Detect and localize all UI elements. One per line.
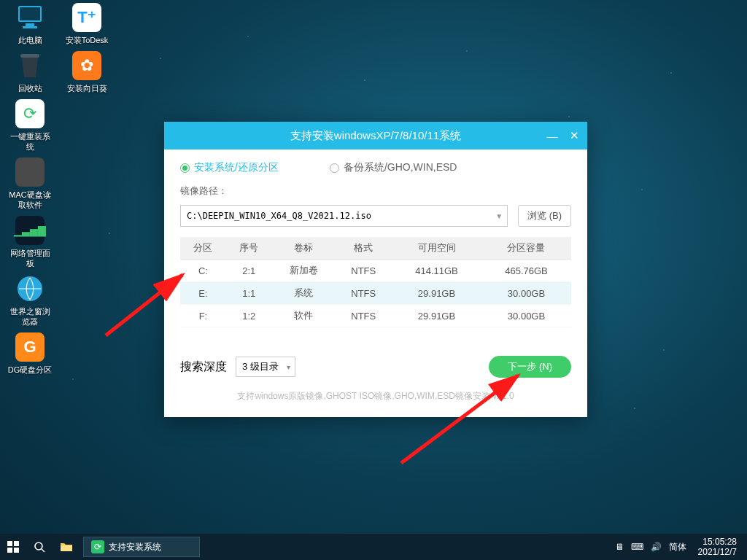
radio-backup[interactable]: 备份系统/GHO,WIN,ESD	[330, 161, 457, 174]
desktop-icon-reinstall[interactable]: ⟳一键重装系统	[7, 99, 53, 152]
svg-rect-2	[26, 23, 34, 26]
svg-rect-9	[14, 541, 19, 546]
desktop-icon-pc[interactable]: 此电脑	[7, 3, 53, 45]
taskbar: ⟳ 支持安装系统 🖥 ⌨ 🔊 简体 15:05:28 2021/12/7	[0, 534, 747, 560]
window-title: 支持安装windowsXP/7/8/10/11系统	[290, 129, 461, 143]
desktop: 此电脑T⁺安装ToDesk回收站✿安装向日葵⟳一键重装系统MAC硬盘读取软件▁▃…	[0, 0, 747, 560]
format-hint: 支持windows原版镜像,GHOST ISO镜像,GHO,WIM,ESD镜像安…	[164, 390, 587, 402]
svg-rect-4	[20, 54, 39, 58]
desktop-icons: 此电脑T⁺安装ToDesk回收站✿安装向日葵⟳一键重装系统MAC硬盘读取软件▁▃…	[7, 3, 109, 375]
windows-logo-icon	[7, 541, 19, 553]
next-button[interactable]: 下一步 (N)	[489, 356, 571, 378]
search-depth-select[interactable]: 3 级目录	[236, 357, 295, 377]
image-path-label: 镜像路径：	[180, 184, 571, 198]
taskbar-search-button[interactable]	[26, 534, 53, 560]
system-tray: 🖥 ⌨ 🔊 简体 15:05:28 2021/12/7	[615, 537, 747, 557]
svg-rect-8	[7, 541, 12, 546]
svg-line-13	[42, 549, 44, 552]
desktop-icon-dgpart[interactable]: GDG硬盘分区	[7, 332, 53, 375]
chevron-down-icon[interactable]: ▼	[495, 212, 503, 220]
close-button[interactable]: ✕	[565, 127, 583, 144]
titlebar[interactable]: 支持安装windowsXP/7/8/10/11系统 — ✕	[164, 122, 587, 149]
col-header[interactable]: 分区	[180, 237, 226, 260]
tray-ime-indicator[interactable]: 简体	[669, 541, 686, 553]
taskbar-explorer-button[interactable]	[53, 534, 80, 560]
search-icon	[34, 541, 45, 553]
svg-point-12	[35, 542, 42, 550]
image-path-combo[interactable]: ▼	[180, 205, 508, 227]
partition-row[interactable]: F:1:2软件NTFS29.91GB30.00GB	[180, 305, 571, 327]
col-header[interactable]: 卷标	[272, 237, 336, 260]
desktop-icon-todesk[interactable]: T⁺安装ToDesk	[64, 3, 109, 45]
image-path-input[interactable]	[187, 211, 501, 221]
tray-volume-icon[interactable]: 🔊	[651, 542, 662, 552]
svg-rect-1	[20, 7, 40, 20]
installer-window: 支持安装windowsXP/7/8/10/11系统 — ✕ 安装系统/还原分区 …	[164, 122, 587, 417]
radio-dot-icon	[330, 163, 339, 173]
taskbar-app-installer[interactable]: ⟳ 支持安装系统	[83, 537, 200, 557]
desktop-icon-netpanel[interactable]: ▁▃▅▇网络管理面板	[7, 216, 53, 268]
browse-button[interactable]: 浏览 (B)	[518, 205, 571, 227]
folder-icon	[60, 541, 73, 553]
tray-clock[interactable]: 15:05:28 2021/12/7	[694, 537, 741, 557]
svg-rect-11	[14, 548, 19, 553]
partition-row[interactable]: E:1:1系统NTFS29.91GB30.00GB	[180, 282, 571, 305]
desktop-icon-trash[interactable]: 回收站	[7, 51, 53, 93]
svg-rect-3	[23, 26, 37, 28]
radio-dot-icon	[180, 163, 190, 173]
svg-rect-10	[7, 548, 12, 553]
search-depth-label: 搜索深度	[180, 359, 227, 375]
minimize-button[interactable]: —	[543, 127, 561, 144]
col-header[interactable]: 可用空间	[392, 237, 481, 260]
desktop-icon-macdisk[interactable]: MAC硬盘读取软件	[7, 158, 53, 210]
tray-keyboard-icon[interactable]: ⌨	[631, 542, 643, 552]
desktop-icon-browser[interactable]: 世界之窗浏览器	[7, 274, 53, 327]
app-icon: ⟳	[91, 540, 104, 553]
start-button[interactable]	[0, 534, 26, 560]
partition-table: 分区序号卷标格式可用空间分区容量 C:2:1新加卷NTFS414.11GB465…	[180, 237, 571, 327]
col-header[interactable]: 格式	[336, 237, 392, 260]
tray-monitor-icon[interactable]: 🖥	[615, 542, 624, 552]
desktop-icon-sunflower[interactable]: ✿安装向日葵	[64, 51, 109, 93]
svg-rect-14	[61, 545, 72, 551]
col-header[interactable]: 分区容量	[481, 237, 571, 260]
partition-row[interactable]: C:2:1新加卷NTFS414.11GB465.76GB	[180, 260, 571, 282]
radio-install-restore[interactable]: 安装系统/还原分区	[180, 161, 279, 174]
col-header[interactable]: 序号	[226, 237, 272, 260]
